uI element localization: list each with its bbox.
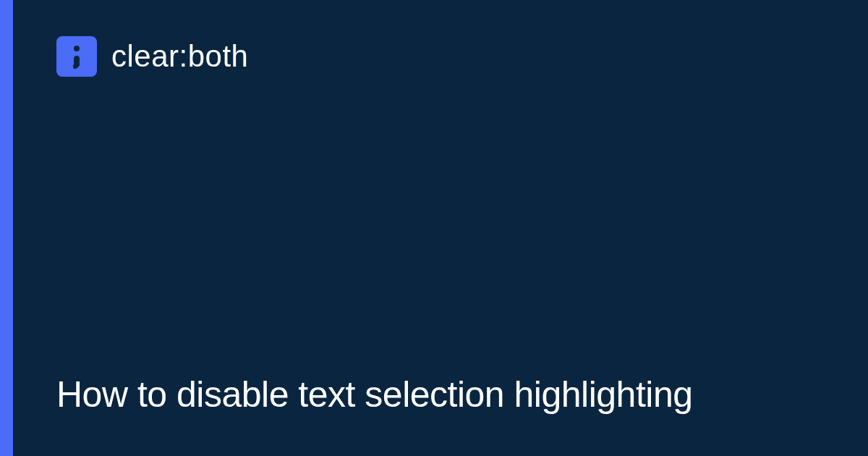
semicolon-logo-icon xyxy=(56,36,97,77)
brand: clear:both xyxy=(56,36,825,77)
logo-dot xyxy=(74,46,80,51)
logo-tail xyxy=(74,56,80,67)
brand-name: clear:both xyxy=(111,39,248,74)
content-area: clear:both How to disable text selection… xyxy=(13,0,868,456)
page-title: How to disable text selection highlighti… xyxy=(56,373,825,416)
accent-bar xyxy=(0,0,13,456)
